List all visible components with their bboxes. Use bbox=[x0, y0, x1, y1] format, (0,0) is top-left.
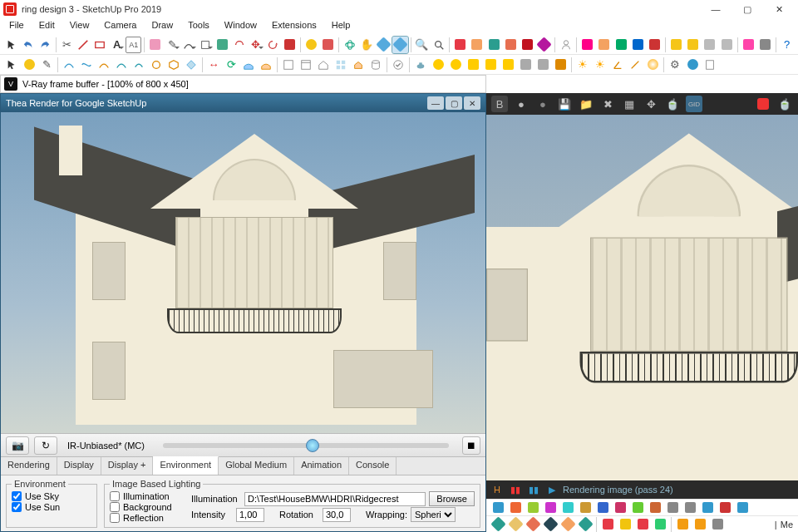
style-d-icon[interactable] bbox=[719, 37, 735, 53]
sun-a-icon[interactable]: ☀ bbox=[574, 57, 591, 73]
rp-tag-icon[interactable]: GID bbox=[686, 96, 702, 112]
r3-a-icon[interactable] bbox=[490, 500, 506, 516]
r3-g-icon[interactable] bbox=[594, 500, 611, 516]
wrapping-select[interactable]: Spheri bbox=[411, 507, 456, 522]
menu-view[interactable]: View bbox=[62, 18, 97, 35]
thea-refresh-icon[interactable]: ↻ bbox=[34, 436, 57, 455]
offset-tool-icon[interactable] bbox=[231, 37, 247, 53]
vray-framebuffer-titlebar[interactable]: V V-Ray frame buffer - [100% of 800 x 45… bbox=[0, 75, 486, 93]
r3-f-icon[interactable] bbox=[577, 500, 594, 516]
r3-i-icon[interactable] bbox=[629, 500, 646, 516]
r4-c-icon[interactable] bbox=[525, 516, 541, 533]
doc-icon[interactable] bbox=[702, 57, 718, 73]
r4-h-icon[interactable] bbox=[617, 516, 633, 533]
poly-a-icon[interactable] bbox=[183, 57, 200, 73]
iso-view-2-icon[interactable] bbox=[392, 37, 408, 53]
plugin-f-icon[interactable] bbox=[536, 37, 552, 53]
rp-save-icon[interactable]: 💾 bbox=[556, 96, 573, 112]
rp-teapot2-icon[interactable]: 🍵 bbox=[776, 96, 793, 112]
r4-f-icon[interactable] bbox=[577, 516, 594, 533]
menu-window[interactable]: Window bbox=[217, 18, 264, 35]
thea-camera-icon[interactable]: 📷 bbox=[6, 436, 29, 455]
angle-a-icon[interactable] bbox=[609, 57, 626, 73]
arc-tool-icon[interactable] bbox=[181, 37, 197, 53]
thea-titlebar[interactable]: Thea Render for Google SketchUp — ▢ ✕ bbox=[1, 94, 485, 112]
rp-dot-icon[interactable]: ● bbox=[534, 96, 551, 112]
r4-i-icon[interactable] bbox=[634, 516, 651, 533]
move-tool-icon[interactable]: ✥ bbox=[248, 37, 264, 53]
r4-d-icon[interactable] bbox=[542, 516, 559, 533]
plugin-e-icon[interactable] bbox=[520, 37, 535, 53]
surface-a-icon[interactable] bbox=[240, 57, 257, 73]
tab-display-plus[interactable]: Display + bbox=[101, 457, 154, 475]
plugin-c-icon[interactable] bbox=[485, 37, 501, 53]
curve-b-icon[interactable] bbox=[78, 57, 95, 73]
light-g-icon[interactable] bbox=[534, 57, 551, 73]
menu-camera[interactable]: Camera bbox=[96, 18, 144, 35]
rp-circle-icon[interactable]: ● bbox=[513, 96, 530, 112]
menu-extensions[interactable]: Extensions bbox=[264, 18, 324, 35]
text-tool-icon[interactable]: A bbox=[109, 37, 125, 53]
rp-stop-icon[interactable] bbox=[755, 96, 771, 112]
window-maximize-button[interactable]: ▢ bbox=[732, 0, 763, 18]
brush-icon[interactable] bbox=[21, 57, 37, 73]
tab-display[interactable]: Display bbox=[57, 457, 101, 475]
layer-b-icon[interactable] bbox=[596, 37, 612, 53]
cylinder-icon[interactable] bbox=[367, 57, 384, 73]
rp-region-icon[interactable]: ▦ bbox=[621, 96, 638, 112]
r3-o-icon[interactable] bbox=[734, 500, 751, 516]
hex-icon[interactable] bbox=[165, 57, 182, 73]
grid-icon[interactable] bbox=[332, 57, 349, 73]
light-e-icon[interactable] bbox=[500, 57, 516, 73]
tab-global-medium[interactable]: Global Medium bbox=[219, 457, 294, 475]
plugin-a-icon[interactable] bbox=[452, 37, 468, 53]
light-b-icon[interactable] bbox=[447, 57, 464, 73]
light-f-icon[interactable] bbox=[517, 57, 534, 73]
zoom-extents-icon[interactable] bbox=[431, 37, 446, 53]
rp-folder-icon[interactable]: 📁 bbox=[578, 96, 594, 112]
curve-d-icon[interactable] bbox=[113, 57, 130, 73]
menu-draw[interactable]: Draw bbox=[144, 18, 180, 35]
thea-minimize-button[interactable]: — bbox=[427, 96, 444, 110]
menu-edit[interactable]: Edit bbox=[32, 18, 62, 35]
r3-e-icon[interactable] bbox=[559, 500, 576, 516]
r3-b-icon[interactable] bbox=[507, 500, 524, 516]
r3-h-icon[interactable] bbox=[612, 500, 628, 516]
layer-a-icon[interactable] bbox=[579, 37, 595, 53]
curve-f-icon[interactable] bbox=[148, 57, 165, 73]
plugin-b-icon[interactable] bbox=[469, 37, 485, 53]
r4-m-icon[interactable] bbox=[709, 516, 726, 533]
shapes-tool-icon[interactable] bbox=[198, 37, 214, 53]
r3-k-icon[interactable] bbox=[664, 500, 681, 516]
rotate-tool-icon[interactable] bbox=[265, 37, 281, 53]
window-minimize-button[interactable]: — bbox=[700, 0, 732, 18]
intensity-input[interactable] bbox=[236, 508, 264, 522]
zoom-tool-icon[interactable]: 🔍 bbox=[414, 37, 430, 53]
select2-icon[interactable] bbox=[3, 57, 20, 73]
r3-d-icon[interactable] bbox=[542, 500, 559, 516]
globe-icon[interactable] bbox=[684, 57, 701, 73]
sphere-icon[interactable] bbox=[644, 57, 661, 73]
tab-rendering[interactable]: Rendering bbox=[1, 457, 57, 475]
home-icon[interactable] bbox=[315, 57, 332, 73]
window-close-button[interactable]: ✕ bbox=[763, 0, 795, 18]
layer-e-icon[interactable] bbox=[647, 37, 663, 53]
pan-tool-icon[interactable]: ✋ bbox=[358, 37, 374, 53]
r3-n-icon[interactable] bbox=[717, 500, 733, 516]
r3-j-icon[interactable] bbox=[647, 500, 663, 516]
help-icon[interactable]: ? bbox=[779, 37, 795, 53]
tab-animation[interactable]: Animation bbox=[294, 457, 349, 475]
rectangle-tool-icon[interactable] bbox=[92, 37, 108, 53]
browse-button[interactable]: Browse bbox=[429, 491, 475, 506]
style-c-icon[interactable] bbox=[702, 37, 717, 53]
use-sun-checkbox[interactable] bbox=[12, 502, 22, 512]
redo-icon[interactable] bbox=[37, 37, 52, 53]
style-a-icon[interactable] bbox=[668, 37, 684, 53]
tab-console[interactable]: Console bbox=[349, 457, 397, 475]
rp-pause-icon[interactable]: ▮▮ bbox=[526, 483, 541, 496]
line-tool-icon[interactable] bbox=[76, 37, 91, 53]
rotate2-icon[interactable]: ⟳ bbox=[223, 57, 239, 73]
angle-b-icon[interactable] bbox=[627, 57, 643, 73]
pencil-tool-icon[interactable]: ✎ bbox=[165, 37, 180, 53]
rp-bars-icon[interactable]: ▮▮ bbox=[508, 483, 523, 496]
